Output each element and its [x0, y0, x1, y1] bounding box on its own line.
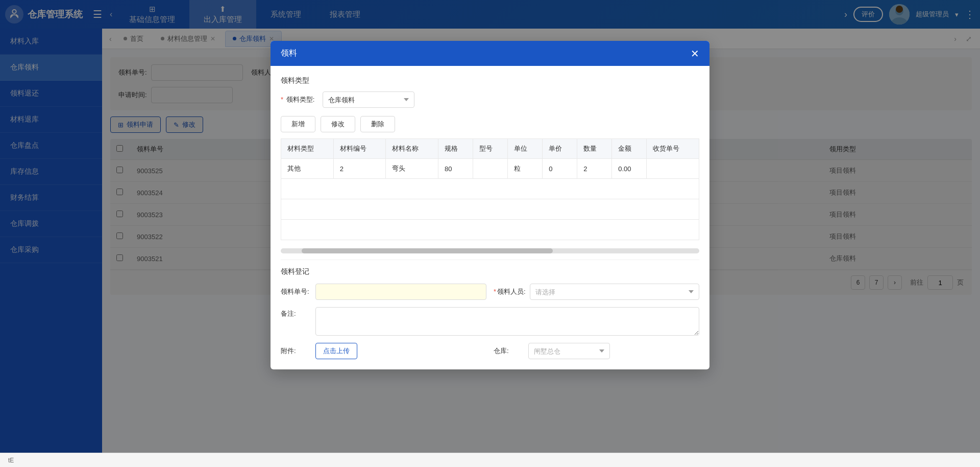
modal-row-unit-price-0: 0 [543, 159, 577, 179]
bottom-receiver-item: *领料人员: 请选择 [494, 284, 699, 300]
modal-col-receipt-no: 收货单号 [647, 139, 699, 159]
modal-action-bar: 新增 修改 删除 [281, 116, 699, 132]
modal-empty-row [281, 220, 699, 240]
modal-row-material-name-0: 弯头 [386, 159, 438, 179]
bottom-bar: tE [0, 453, 980, 467]
modal-col-unit: 单位 [508, 139, 543, 159]
modal-col-material-no: 材料编号 [333, 139, 386, 159]
modal-row-amount-0: 0.00 [612, 159, 647, 179]
modal-delete-button[interactable]: 删除 [360, 116, 395, 132]
modal-row-material-no-0: 2 [333, 159, 386, 179]
modal-scrollbar-thumb[interactable] [302, 248, 553, 253]
modal-type-select[interactable]: 仓库领料项目领料 [323, 91, 414, 108]
bottom-receive-no-input[interactable] [315, 284, 486, 300]
modal-type-select-wrapper: 仓库领料项目领料 [323, 91, 414, 108]
modal-col-model: 型号 [473, 139, 508, 159]
modal-table-wrapper: 材料类型 材料编号 材料名称 规格 型号 单位 单价 数量 金额 [281, 138, 699, 246]
content-area: ‹ 首页 材料信息管理 ✕ 仓库领料 ✕ › ⤢ [102, 29, 980, 467]
modal-type-label: * 领料类型: [281, 95, 316, 104]
bottom-form: 领料单号: *领料人员: 请选择 [281, 284, 699, 359]
bottom-remark-input[interactable] [315, 307, 699, 336]
modal-edit-button[interactable]: 修改 [321, 116, 355, 132]
modal-close-button[interactable]: ✕ [691, 49, 699, 59]
bottom-attachment-label: 附件: [281, 346, 311, 356]
modal-row-unit-0: 粒 [508, 159, 543, 179]
main-layout: 材料入库 仓库领料 领料退还 材料退库 仓库盘点 库存信息 财务结算 仓库调拨 … [0, 29, 980, 467]
bottom-attachment-item: 附件: 点击上传 [281, 343, 486, 359]
modal-col-material-type: 材料类型 [281, 139, 334, 159]
bottom-receiver-label: *领料人员: [494, 287, 526, 296]
modal-title: 领料 [281, 49, 297, 59]
bottom-remark-label: 备注: [281, 307, 311, 318]
modal-row-model-0 [473, 159, 508, 179]
required-star: * [281, 96, 283, 103]
bottom-warehouse-label: 仓库: [494, 346, 524, 356]
modal-col-spec: 规格 [438, 139, 473, 159]
bottom-section-title: 领料登记 [281, 260, 699, 276]
modal-row-quantity-0: 2 [577, 159, 612, 179]
bottom-receive-no-label: 领料单号: [281, 287, 311, 296]
modal-row-material-type-0: 其他 [281, 159, 334, 179]
bottom-warehouse-item: 仓库: 闸墅总仓 [494, 343, 699, 359]
bottom-receiver-select-wrapper: 请选择 [530, 284, 699, 300]
modal: 领料 ✕ 领料类型 * 领料类型: 仓库领料项 [271, 49, 709, 369]
modal-empty-row [281, 199, 699, 220]
modal-add-button[interactable]: 新增 [281, 116, 315, 132]
upload-button[interactable]: 点击上传 [315, 343, 357, 359]
modal-material-table: 材料类型 材料编号 材料名称 规格 型号 单位 单价 数量 金额 [281, 138, 699, 240]
modal-row-receipt-no-0 [647, 159, 699, 179]
modal-header: 领料 ✕ [271, 49, 709, 66]
bottom-remark-item: 备注: [281, 307, 699, 336]
modal-row-spec-0: 80 [438, 159, 473, 179]
modal-table-row: 其他 2 弯头 80 粒 0 2 0.00 [281, 159, 699, 179]
bottom-warehouse-select[interactable]: 闸墅总仓 [528, 343, 610, 359]
modal-type-row: * 领料类型: 仓库领料项目领料 [281, 91, 699, 108]
bottom-receiver-select[interactable]: 请选择 [530, 284, 699, 300]
modal-overlay: 领料 ✕ 领料类型 * 领料类型: 仓库领料项 [102, 49, 980, 467]
bottom-receive-no-item: 领料单号: [281, 284, 486, 300]
modal-body: 领料类型 * 领料类型: 仓库领料项目领料 新增 [271, 66, 709, 369]
modal-type-section-label: 领料类型 [281, 76, 699, 85]
modal-col-material-name: 材料名称 [386, 139, 438, 159]
page-content: 领料单号: 领料人员: 请选择 确认状态: 请选择 查询 [102, 49, 980, 467]
modal-col-unit-price: 单价 [543, 139, 577, 159]
modal-col-amount: 金额 [612, 139, 647, 159]
bottom-bar-text: tE [8, 457, 14, 464]
modal-empty-row [281, 179, 699, 199]
modal-scrollbar[interactable] [281, 248, 699, 253]
modal-col-quantity: 数量 [577, 139, 612, 159]
